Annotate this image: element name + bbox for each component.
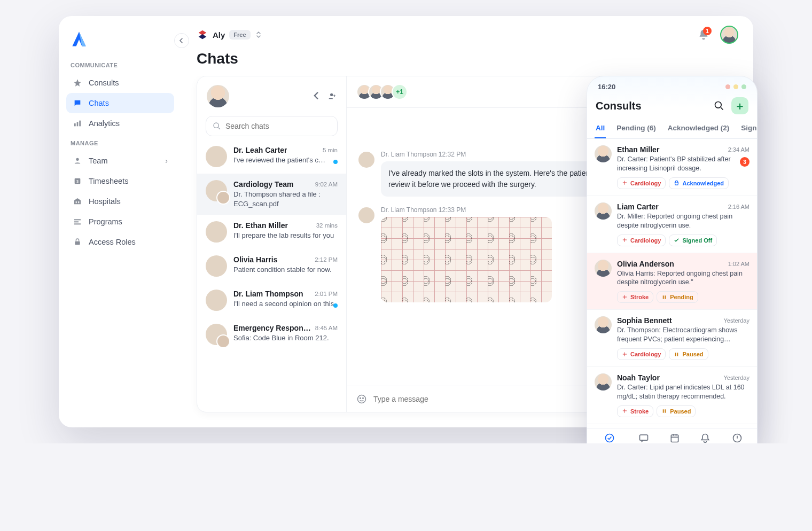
- nav-logout[interactable]: Logout: [729, 433, 746, 443]
- workspace-name: Aly: [213, 30, 225, 40]
- add-contact-icon[interactable]: [328, 92, 337, 100]
- programs-icon: [73, 217, 82, 227]
- svg-point-24: [605, 434, 613, 442]
- conversation-time: 9:02 AM: [315, 181, 338, 188]
- svg-rect-7: [78, 201, 79, 203]
- nav-shifts[interactable]: Shifts: [668, 433, 682, 443]
- back-icon[interactable]: [313, 92, 321, 100]
- hospital-icon: [73, 197, 82, 206]
- conversation-item[interactable]: Dr. Leah Carter5 min I've reviewed the p…: [197, 139, 346, 174]
- svg-rect-2: [79, 121, 81, 127]
- consult-preview: Dr. Carter: Lipid panel indicates LDL at…: [617, 383, 749, 401]
- consult-time: Yesterday: [723, 317, 749, 324]
- consult-time: 2:16 AM: [728, 204, 749, 210]
- conversation-preview: Sofia: Code Blue in Room 212.: [233, 333, 338, 343]
- add-consult-button[interactable]: ＋: [731, 97, 748, 114]
- avatar: [206, 146, 227, 167]
- presence-dot-icon: [221, 196, 228, 202]
- consult-item[interactable]: Jason SmithMonday: [587, 424, 757, 428]
- nav-chats[interactable]: Chats: [637, 433, 651, 443]
- conversation-item[interactable]: Cardiology Team9:02 AM Dr. Thompson shar…: [197, 174, 346, 215]
- conversation-time: 2:12 PM: [315, 256, 338, 263]
- svg-rect-23: [665, 410, 666, 413]
- chevron-right-icon: ›: [165, 157, 168, 165]
- conversation-item[interactable]: Olivia Harris2:12 PM Patient condition s…: [197, 249, 346, 283]
- consult-item[interactable]: Olivia Anderson1:02 AM Olivia Harris: Re…: [587, 253, 757, 310]
- conversation-item[interactable]: Dr. Ethan Miller32 mins I'll prepare the…: [197, 215, 346, 249]
- consult-time: Yesterday: [723, 374, 749, 381]
- emoji-icon[interactable]: [356, 394, 367, 404]
- category-tag: Stroke: [617, 405, 653, 417]
- avatar: [595, 316, 612, 333]
- conversation-time: 8:45 AM: [315, 325, 338, 331]
- sidebar-item-hospitals[interactable]: Hospitals: [66, 191, 174, 212]
- sidebar-item-team[interactable]: Team ›: [66, 151, 174, 171]
- tab-all[interactable]: All: [595, 120, 606, 138]
- conversation-name: Dr. Ethan Miller: [233, 221, 288, 230]
- search-field[interactable]: [225, 122, 331, 130]
- sidebar-collapse-button[interactable]: [174, 33, 189, 48]
- star-icon: [73, 78, 82, 88]
- sidebar-item-timesheets[interactable]: $ Timesheets: [66, 171, 174, 191]
- consult-item[interactable]: Ethan Miller2:34 AM Dr. Carter: Patient'…: [587, 139, 757, 196]
- nav-alerts[interactable]: Alerts: [698, 433, 712, 443]
- sidebar-item-label: Analytics: [89, 119, 120, 128]
- avatar: [206, 290, 227, 311]
- nav-consults[interactable]: Consults: [598, 433, 620, 443]
- participant-avatars[interactable]: +1: [356, 84, 408, 100]
- tab-sign[interactable]: Sign: [740, 120, 757, 138]
- consult-item[interactable]: Liam Carter2:16 AM Dr. Miller: Reported …: [587, 196, 757, 253]
- conversation-item[interactable]: Dr. Liam Thompson2:01 PM I'll need a sec…: [197, 283, 346, 317]
- svg-rect-6: [76, 201, 77, 203]
- sidebar-item-consults[interactable]: Consults: [66, 73, 174, 93]
- sidebar-item-analytics[interactable]: Analytics: [66, 113, 174, 134]
- mobile-bottom-nav: Consults Chats Shifts Alerts Logout: [587, 428, 757, 443]
- consult-item[interactable]: Sophia BennettYesterday Dr. Thompson: El…: [587, 310, 757, 367]
- mobile-tabs: All Pending (6) Acknowledged (2) Sign: [587, 120, 757, 139]
- category-tag: Cardiology: [617, 235, 666, 246]
- consult-time: 2:34 AM: [728, 146, 749, 153]
- category-tag: Cardiology: [617, 348, 666, 360]
- tab-pending[interactable]: Pending (6): [615, 120, 657, 138]
- mobile-consults-list[interactable]: Ethan Miller2:34 AM Dr. Carter: Patient'…: [587, 139, 757, 428]
- window-controls: [722, 83, 746, 91]
- conversation-time: 32 mins: [316, 222, 338, 229]
- consult-item[interactable]: Noah TaylorYesterday Dr. Carter: Lipid p…: [587, 367, 757, 424]
- status-tag: Paused: [657, 405, 696, 417]
- tab-acknowledged[interactable]: Acknowledged (2): [667, 120, 731, 138]
- sidebar-item-label: Chats: [89, 99, 109, 107]
- status-tag: Paused: [669, 348, 708, 360]
- conversation-time: 5 min: [323, 147, 338, 153]
- status-tag: Pending: [657, 291, 698, 303]
- consult-preview: Dr. Miller: Reported ongoing chest pain …: [617, 212, 749, 230]
- workspace-switcher[interactable]: Aly Free: [197, 29, 261, 41]
- svg-rect-8: [74, 219, 81, 220]
- avatar: [358, 207, 374, 223]
- sidebar-item-chats[interactable]: Chats: [66, 93, 174, 113]
- sidebar-item-label: Consults: [89, 79, 119, 87]
- sidebar-item-programs[interactable]: Programs: [66, 212, 174, 232]
- workspace-logo-icon: [197, 29, 208, 41]
- avatar: [206, 324, 227, 345]
- avatar: [595, 202, 612, 220]
- search-icon[interactable]: [712, 99, 726, 113]
- timesheet-icon: $: [73, 176, 82, 186]
- search-chats-input[interactable]: [206, 116, 338, 136]
- lock-icon: [73, 237, 82, 247]
- mobile-preview: 16:20 Consults ＋ All Pending (6) Acknowl…: [587, 76, 758, 443]
- consult-preview: Olivia Harris: Reported ongoing chest pa…: [617, 269, 749, 287]
- conversation-preview: I'll need a second opinion on this: [233, 299, 338, 309]
- sidebar: COMMUNICATE Consults Chats Analytics MAN…: [59, 16, 182, 427]
- team-icon: [73, 156, 82, 166]
- conversation-item[interactable]: Emergency Response8:45 AM Sofia: Code Bl…: [197, 317, 346, 352]
- app-logo: [69, 30, 89, 49]
- profile-avatar[interactable]: [720, 26, 738, 44]
- sidebar-item-access-roles[interactable]: Access Roles: [66, 232, 174, 252]
- svg-point-14: [358, 395, 366, 403]
- notifications-button[interactable]: 1: [698, 29, 709, 41]
- updown-icon: [256, 31, 261, 38]
- ecg-image-attachment[interactable]: [381, 217, 552, 302]
- app-window: COMMUNICATE Consults Chats Analytics MAN…: [59, 16, 753, 427]
- self-avatar[interactable]: [207, 85, 229, 107]
- consult-preview: Dr. Thompson: Electrocardiogram shows fr…: [617, 326, 749, 344]
